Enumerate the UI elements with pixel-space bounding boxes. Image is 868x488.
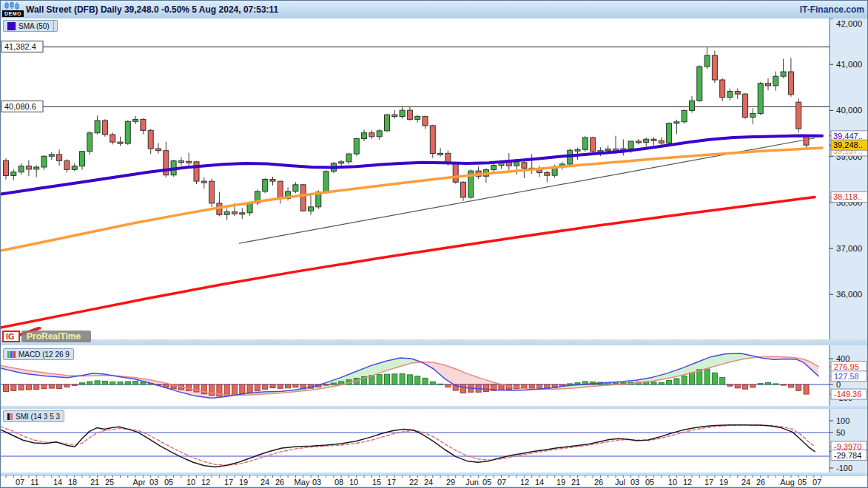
svg-text:127.58: 127.58 [834, 372, 859, 381]
svg-text:17: 17 [387, 478, 396, 487]
svg-text:10: 10 [349, 478, 358, 487]
svg-text:11: 11 [30, 478, 38, 487]
svg-text:276.95: 276.95 [834, 362, 859, 371]
svg-text:39,248..: 39,248.. [833, 140, 863, 149]
svg-text:-29.784: -29.784 [834, 451, 861, 460]
svg-text:29: 29 [446, 478, 455, 487]
svg-text:-149.36: -149.36 [834, 390, 861, 399]
svg-text:07: 07 [813, 478, 821, 487]
svg-text:17: 17 [224, 478, 233, 487]
mini-chart-icon [4, 1, 19, 10]
svg-text:18: 18 [68, 478, 77, 487]
smi-indicator-label[interactable]: SMI (14 3 5 3 [3, 410, 64, 422]
chart-window: DEMO Wall Street (DFB) Daily 39,248.0 -0… [0, 0, 868, 488]
svg-text:05: 05 [645, 478, 654, 487]
svg-text:24: 24 [741, 478, 750, 487]
svg-text:41,000: 41,000 [836, 60, 862, 69]
svg-text:Jun: Jun [465, 478, 479, 487]
brand-link[interactable]: IT-Finance.com [800, 4, 864, 15]
svg-text:05: 05 [482, 478, 491, 487]
svg-text:10: 10 [668, 478, 677, 487]
panel-divider-1[interactable] [1, 339, 868, 345]
smi-label-text: SMI (14 3 5 3 [16, 413, 60, 421]
svg-text:26: 26 [756, 478, 765, 487]
svg-text:19: 19 [239, 478, 248, 487]
sma50-swatch-icon [7, 22, 16, 30]
svg-text:24: 24 [260, 478, 269, 487]
macd-icon [7, 351, 16, 358]
price-chart-panel[interactable]: 42,00041,00040,00039,00038,00037,00036,0… [1, 18, 868, 339]
svg-text:26: 26 [275, 478, 284, 487]
svg-text:26: 26 [594, 478, 603, 487]
prorealtime-logo[interactable]: IG ProRealTime [2, 327, 95, 343]
svg-text:21: 21 [571, 478, 580, 487]
svg-text:39,447..: 39,447.. [833, 132, 863, 140]
svg-text:Apr: Apr [132, 478, 145, 487]
macd-indicator-label[interactable]: MACD (12 26 9 [3, 348, 74, 360]
svg-text:50: 50 [836, 428, 845, 437]
date-axis[interactable]: 071114182125Apr0305101217192426May030810… [1, 475, 868, 487]
svg-text:25: 25 [105, 478, 114, 487]
svg-text:12: 12 [683, 478, 692, 487]
svg-text:400: 400 [836, 354, 850, 363]
svg-text:08: 08 [334, 478, 343, 487]
svg-text:40,000: 40,000 [836, 106, 862, 115]
svg-text:42,000: 42,000 [836, 19, 862, 28]
chart-title: Wall Street (DFB) Daily 39,248.0 -0.50% … [26, 4, 278, 15]
svg-text:03: 03 [630, 478, 639, 487]
svg-text:37,000: 37,000 [836, 244, 862, 253]
svg-text:Jul: Jul [615, 478, 625, 487]
svg-text:03: 03 [312, 478, 321, 487]
header: DEMO Wall Street (DFB) Daily 39,248.0 -0… [1, 1, 868, 19]
svg-text:05: 05 [798, 478, 807, 487]
svg-text:07: 07 [497, 478, 506, 487]
macd-panel[interactable]: -200276.95127.58-149.364000 [1, 345, 868, 406]
svg-text:12: 12 [520, 478, 529, 487]
svg-text:-100: -100 [836, 464, 852, 472]
svg-text:0: 0 [836, 380, 841, 389]
smi-panel[interactable]: 0-50-9.3970-29.78410050-100 [1, 409, 868, 472]
svg-text:24: 24 [424, 478, 433, 487]
smi-icon [7, 413, 13, 420]
svg-text:40,080.6: 40,080.6 [4, 102, 36, 111]
svg-text:07: 07 [16, 478, 24, 487]
macd-label-text: MACD (12 26 9 [18, 350, 70, 359]
prt-text: ProRealTime [27, 331, 81, 342]
svg-text:14: 14 [535, 478, 544, 487]
legend-sma50-label: SMA (50) [18, 22, 50, 30]
svg-text:19: 19 [719, 478, 728, 487]
ig-logo-text: IG [6, 332, 15, 341]
svg-text:14: 14 [53, 478, 62, 487]
svg-text:15: 15 [372, 478, 381, 487]
svg-text:36,000: 36,000 [836, 290, 862, 299]
svg-text:41,382.4: 41,382.4 [4, 42, 36, 51]
legend-sma50-button[interactable]: SMA (50) [3, 20, 54, 32]
svg-text:Aug: Aug [780, 478, 795, 487]
svg-text:05: 05 [164, 478, 173, 487]
svg-text:10: 10 [186, 478, 195, 487]
demo-badge: DEMO [2, 10, 24, 17]
svg-text:17: 17 [704, 478, 713, 487]
svg-text:22: 22 [409, 478, 418, 487]
svg-text:21: 21 [90, 478, 99, 487]
svg-text:12: 12 [201, 478, 210, 487]
svg-text:19: 19 [556, 478, 565, 487]
header-left-stack: DEMO [1, 1, 23, 18]
svg-text:03: 03 [149, 478, 158, 487]
svg-text:100: 100 [836, 416, 850, 425]
svg-text:38,118..: 38,118.. [833, 192, 862, 201]
svg-text:May: May [295, 478, 310, 487]
